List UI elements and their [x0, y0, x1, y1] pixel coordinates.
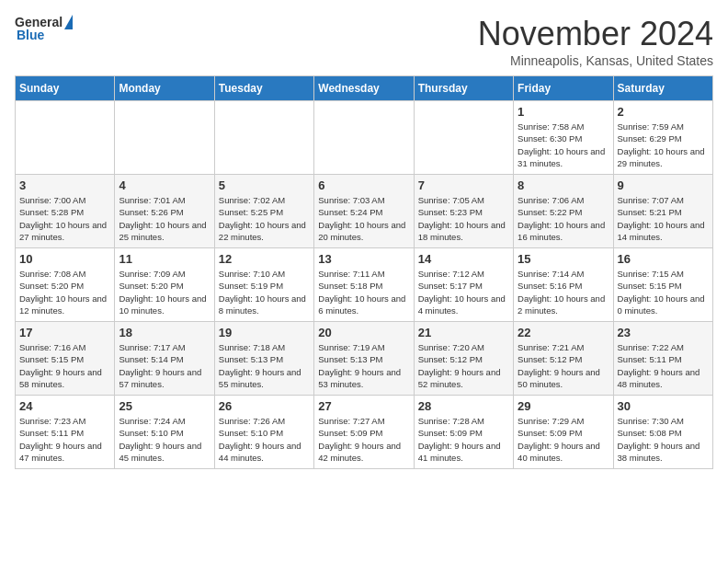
day-number: 8 [518, 178, 609, 192]
day-number: 25 [119, 399, 210, 413]
column-header-tuesday: Tuesday [214, 76, 313, 101]
day-cell: 9Sunrise: 7:07 AMSunset: 5:21 PMDaylight… [613, 175, 712, 248]
day-cell: 24Sunrise: 7:23 AMSunset: 5:11 PMDayligh… [16, 396, 115, 469]
day-number: 27 [318, 399, 409, 413]
title-block: November 2024 Minneapolis, Kansas, Unite… [478, 15, 713, 68]
day-cell: 25Sunrise: 7:24 AMSunset: 5:10 PMDayligh… [115, 396, 214, 469]
day-info: Sunrise: 7:07 AMSunset: 5:21 PMDaylight:… [618, 194, 709, 243]
logo-triangle [64, 15, 73, 29]
day-number: 9 [618, 178, 709, 192]
day-info: Sunrise: 7:21 AMSunset: 5:12 PMDaylight:… [518, 341, 609, 390]
column-header-sunday: Sunday [16, 76, 115, 101]
day-number: 23 [618, 326, 709, 339]
calendar-header-row: SundayMondayTuesdayWednesdayThursdayFrid… [16, 76, 713, 101]
day-cell: 14Sunrise: 7:12 AMSunset: 5:17 PMDayligh… [414, 248, 513, 322]
day-info: Sunrise: 7:15 AMSunset: 5:15 PMDaylight:… [618, 268, 709, 316]
day-cell: 20Sunrise: 7:19 AMSunset: 5:13 PMDayligh… [314, 322, 414, 396]
day-cell: 6Sunrise: 7:03 AMSunset: 5:24 PMDaylight… [314, 175, 414, 248]
day-number: 20 [318, 326, 409, 339]
day-cell: 17Sunrise: 7:16 AMSunset: 5:15 PMDayligh… [16, 322, 115, 396]
day-cell: 22Sunrise: 7:21 AMSunset: 5:12 PMDayligh… [514, 322, 613, 396]
day-cell: 13Sunrise: 7:11 AMSunset: 5:18 PMDayligh… [314, 248, 414, 322]
day-info: Sunrise: 7:59 AMSunset: 6:29 PMDaylight:… [618, 121, 709, 169]
week-row-2: 3Sunrise: 7:00 AMSunset: 5:28 PMDaylight… [16, 175, 713, 248]
day-number: 26 [219, 399, 310, 413]
day-cell: 29Sunrise: 7:29 AMSunset: 5:09 PMDayligh… [514, 396, 613, 469]
calendar-table: SundayMondayTuesdayWednesdayThursdayFrid… [15, 75, 713, 469]
day-number: 22 [518, 326, 609, 339]
day-info: Sunrise: 7:26 AMSunset: 5:10 PMDaylight:… [219, 415, 310, 464]
day-info: Sunrise: 7:06 AMSunset: 5:22 PMDaylight:… [518, 194, 609, 243]
day-info: Sunrise: 7:00 AMSunset: 5:28 PMDaylight:… [19, 194, 110, 243]
day-info: Sunrise: 7:12 AMSunset: 5:17 PMDaylight:… [418, 268, 509, 316]
day-info: Sunrise: 7:20 AMSunset: 5:12 PMDaylight:… [418, 341, 509, 390]
day-cell: 23Sunrise: 7:22 AMSunset: 5:11 PMDayligh… [613, 322, 712, 396]
logo: General Blue [15, 15, 73, 42]
day-info: Sunrise: 7:22 AMSunset: 5:11 PMDaylight:… [618, 341, 709, 390]
day-info: Sunrise: 7:27 AMSunset: 5:09 PMDaylight:… [318, 415, 409, 464]
day-info: Sunrise: 7:01 AMSunset: 5:26 PMDaylight:… [119, 194, 210, 243]
day-info: Sunrise: 7:08 AMSunset: 5:20 PMDaylight:… [19, 268, 110, 316]
day-cell: 1Sunrise: 7:58 AMSunset: 6:30 PMDaylight… [514, 101, 613, 175]
day-number: 16 [618, 252, 709, 266]
location: Minneapolis, Kansas, United States [478, 53, 713, 68]
day-number: 14 [418, 252, 509, 266]
day-info: Sunrise: 7:14 AMSunset: 5:16 PMDaylight:… [518, 268, 609, 316]
day-number: 6 [318, 178, 409, 192]
day-cell [414, 101, 513, 175]
day-cell: 30Sunrise: 7:30 AMSunset: 5:08 PMDayligh… [613, 396, 712, 469]
day-cell [115, 101, 214, 175]
day-info: Sunrise: 7:09 AMSunset: 5:20 PMDaylight:… [119, 268, 210, 316]
month-title: November 2024 [478, 15, 713, 53]
day-info: Sunrise: 7:03 AMSunset: 5:24 PMDaylight:… [318, 194, 409, 243]
day-info: Sunrise: 7:17 AMSunset: 5:14 PMDaylight:… [119, 341, 210, 390]
column-header-monday: Monday [115, 76, 214, 101]
day-cell: 28Sunrise: 7:28 AMSunset: 5:09 PMDayligh… [414, 396, 513, 469]
day-cell: 11Sunrise: 7:09 AMSunset: 5:20 PMDayligh… [115, 248, 214, 322]
day-info: Sunrise: 7:02 AMSunset: 5:25 PMDaylight:… [219, 194, 310, 243]
day-number: 21 [418, 326, 509, 339]
day-cell: 7Sunrise: 7:05 AMSunset: 5:23 PMDaylight… [414, 175, 513, 248]
day-number: 11 [119, 252, 210, 266]
day-number: 5 [219, 178, 310, 192]
day-number: 12 [219, 252, 310, 266]
day-cell: 2Sunrise: 7:59 AMSunset: 6:29 PMDaylight… [613, 101, 712, 175]
day-cell: 15Sunrise: 7:14 AMSunset: 5:16 PMDayligh… [514, 248, 613, 322]
day-cell: 27Sunrise: 7:27 AMSunset: 5:09 PMDayligh… [314, 396, 414, 469]
day-number: 18 [119, 326, 210, 339]
day-cell: 4Sunrise: 7:01 AMSunset: 5:26 PMDaylight… [115, 175, 214, 248]
day-number: 3 [19, 178, 110, 192]
day-number: 17 [19, 326, 110, 339]
page-header: General Blue November 2024 Minneapolis, … [15, 15, 713, 68]
day-cell [16, 101, 115, 175]
day-number: 10 [19, 252, 110, 266]
day-info: Sunrise: 7:23 AMSunset: 5:11 PMDaylight:… [19, 415, 110, 464]
week-row-1: 1Sunrise: 7:58 AMSunset: 6:30 PMDaylight… [16, 101, 713, 175]
day-cell: 12Sunrise: 7:10 AMSunset: 5:19 PMDayligh… [214, 248, 313, 322]
day-cell [214, 101, 313, 175]
day-cell: 21Sunrise: 7:20 AMSunset: 5:12 PMDayligh… [414, 322, 513, 396]
column-header-thursday: Thursday [414, 76, 513, 101]
day-cell: 26Sunrise: 7:26 AMSunset: 5:10 PMDayligh… [214, 396, 313, 469]
day-cell: 19Sunrise: 7:18 AMSunset: 5:13 PMDayligh… [214, 322, 313, 396]
day-info: Sunrise: 7:10 AMSunset: 5:19 PMDaylight:… [219, 268, 310, 316]
column-header-saturday: Saturday [613, 76, 712, 101]
column-header-friday: Friday [514, 76, 613, 101]
day-number: 29 [518, 399, 609, 413]
week-row-5: 24Sunrise: 7:23 AMSunset: 5:11 PMDayligh… [16, 396, 713, 469]
day-info: Sunrise: 7:28 AMSunset: 5:09 PMDaylight:… [418, 415, 509, 464]
week-row-3: 10Sunrise: 7:08 AMSunset: 5:20 PMDayligh… [16, 248, 713, 322]
day-info: Sunrise: 7:11 AMSunset: 5:18 PMDaylight:… [318, 268, 409, 316]
day-info: Sunrise: 7:05 AMSunset: 5:23 PMDaylight:… [418, 194, 509, 243]
day-info: Sunrise: 7:19 AMSunset: 5:13 PMDaylight:… [318, 341, 409, 390]
day-number: 19 [219, 326, 310, 339]
day-cell: 16Sunrise: 7:15 AMSunset: 5:15 PMDayligh… [613, 248, 712, 322]
day-info: Sunrise: 7:29 AMSunset: 5:09 PMDaylight:… [518, 415, 609, 464]
day-cell: 8Sunrise: 7:06 AMSunset: 5:22 PMDaylight… [514, 175, 613, 248]
day-number: 15 [518, 252, 609, 266]
day-cell [314, 101, 414, 175]
day-number: 2 [618, 105, 709, 119]
day-number: 13 [318, 252, 409, 266]
day-number: 7 [418, 178, 509, 192]
day-number: 30 [618, 399, 709, 413]
